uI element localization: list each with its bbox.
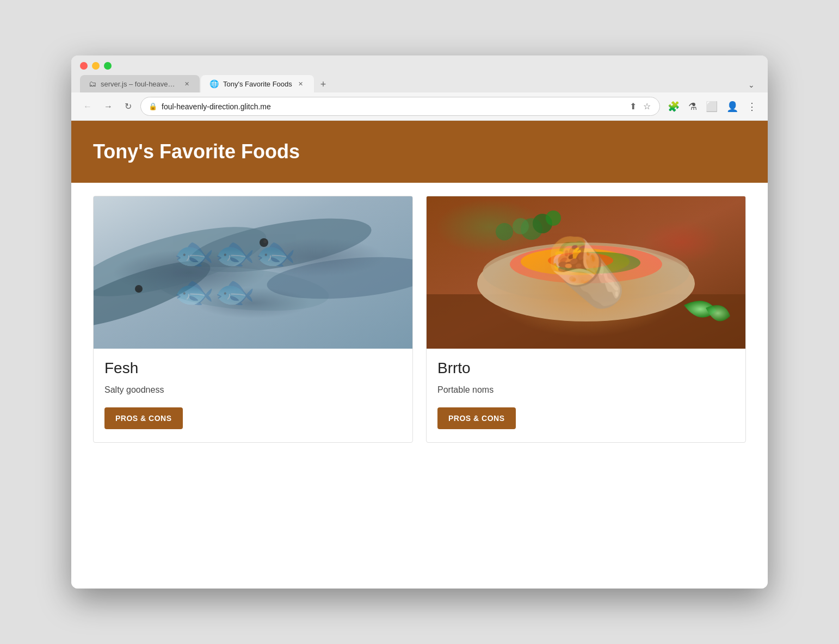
- profile-icon: 👤: [726, 101, 738, 112]
- tabs-dropdown-button[interactable]: ⌄: [744, 81, 759, 92]
- tabs-bar: 🗂 server.js – foul-heavenly-di... ✕ 🌐 To…: [80, 75, 759, 92]
- forward-icon: →: [104, 102, 113, 112]
- tab-server-js-label: server.js – foul-heavenly-di...: [101, 80, 178, 88]
- svg-point-8: [135, 285, 143, 293]
- reload-button[interactable]: ↻: [121, 99, 135, 114]
- cards-container: Fesh Salty goodness PROS & CONS: [71, 183, 768, 456]
- svg-point-13: [510, 245, 662, 283]
- nav-icons: 🧩 ⚗ ⬜ 👤 ⋮: [665, 98, 759, 115]
- address-input[interactable]: [162, 102, 624, 111]
- food-card-brrto: Brrto Portable noms PROS & CONS: [426, 196, 746, 443]
- brrto-card-body: Brrto Portable noms PROS & CONS: [427, 349, 745, 442]
- brrto-image: [427, 196, 745, 349]
- globe-icon: 🌐: [209, 79, 219, 88]
- brrto-description: Portable noms: [437, 383, 735, 397]
- window-controls: [80, 62, 759, 70]
- page-title: Tony's Favorite Foods: [93, 140, 746, 163]
- tab-tonys-close[interactable]: ✕: [297, 79, 305, 88]
- title-bar: 🗂 server.js – foul-heavenly-di... ✕ 🌐 To…: [71, 55, 768, 92]
- svg-point-3: [153, 261, 330, 317]
- labs-button[interactable]: ⚗: [686, 98, 699, 115]
- code-icon: 🗂: [89, 79, 96, 88]
- lock-icon: 🔒: [149, 102, 157, 110]
- svg-point-6: [260, 238, 268, 247]
- flask-icon: ⚗: [688, 101, 697, 112]
- svg-point-21: [546, 210, 561, 226]
- page-content: Tony's Favorite Foods: [71, 121, 768, 589]
- svg-point-20: [496, 223, 513, 240]
- svg-point-1: [94, 213, 273, 311]
- reload-icon: ↻: [125, 101, 132, 112]
- tab-server-js-close[interactable]: ✕: [182, 79, 191, 88]
- share-icon: ⬆: [630, 102, 637, 111]
- svg-point-5: [265, 251, 412, 305]
- svg-point-19: [513, 218, 529, 234]
- new-tab-button[interactable]: +: [315, 79, 332, 92]
- svg-point-16: [548, 252, 613, 269]
- menu-button[interactable]: ⋮: [745, 98, 759, 115]
- minimize-window-button[interactable]: [92, 62, 100, 70]
- svg-point-2: [186, 208, 375, 283]
- tab-tonys-label: Tony's Favorite Foods: [223, 80, 292, 88]
- svg-rect-9: [427, 196, 745, 349]
- svg-rect-0: [94, 196, 412, 349]
- svg-point-17: [521, 218, 542, 240]
- food-card-fesh: Fesh Salty goodness PROS & CONS: [93, 196, 413, 443]
- back-button[interactable]: ←: [80, 100, 95, 114]
- extensions-button[interactable]: 🧩: [665, 98, 682, 115]
- fesh-image: [94, 196, 412, 349]
- svg-point-7: [263, 240, 267, 243]
- page-header: Tony's Favorite Foods: [71, 121, 768, 183]
- bookmark-icon: ☆: [643, 102, 651, 111]
- fesh-pros-cons-button[interactable]: PROS & CONS: [104, 407, 183, 429]
- tab-tonys-favorite-foods[interactable]: 🌐 Tony's Favorite Foods ✕: [201, 75, 314, 92]
- address-bar: 🔒 ⬆ ☆: [140, 97, 660, 116]
- fesh-card-body: Fesh Salty goodness PROS & CONS: [94, 349, 412, 442]
- svg-point-11: [477, 245, 695, 321]
- svg-point-4: [94, 249, 217, 340]
- fesh-description: Salty goodness: [104, 383, 402, 397]
- puzzle-icon: 🧩: [668, 101, 680, 112]
- svg-point-18: [533, 214, 552, 233]
- browser-window: 🗂 server.js – foul-heavenly-di... ✕ 🌐 To…: [71, 55, 768, 589]
- svg-point-14: [521, 248, 630, 275]
- close-window-button[interactable]: [80, 62, 88, 70]
- bookmark-button[interactable]: ☆: [642, 100, 652, 113]
- tab-server-js[interactable]: 🗂 server.js – foul-heavenly-di... ✕: [80, 75, 200, 92]
- address-actions: ⬆ ☆: [628, 100, 652, 113]
- profile-button[interactable]: 👤: [724, 98, 741, 115]
- fesh-title: Fesh: [104, 360, 402, 377]
- menu-icon: ⋮: [747, 101, 757, 112]
- share-button[interactable]: ⬆: [628, 100, 638, 113]
- split-view-button[interactable]: ⬜: [704, 98, 720, 115]
- svg-point-12: [483, 243, 689, 302]
- brrto-title: Brrto: [437, 360, 735, 377]
- svg-rect-10: [427, 294, 745, 349]
- nav-bar: ← → ↻ 🔒 ⬆ ☆ 🧩 ⚗: [71, 92, 768, 121]
- maximize-window-button[interactable]: [104, 62, 112, 70]
- back-icon: ←: [83, 102, 92, 112]
- brrto-pros-cons-button[interactable]: PROS & CONS: [437, 407, 516, 429]
- split-icon: ⬜: [706, 101, 718, 112]
- forward-button[interactable]: →: [101, 100, 116, 114]
- svg-point-15: [553, 252, 640, 274]
